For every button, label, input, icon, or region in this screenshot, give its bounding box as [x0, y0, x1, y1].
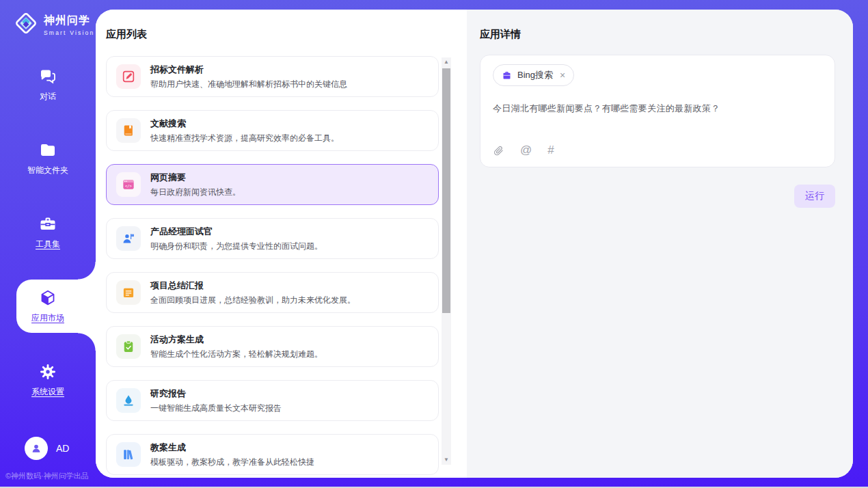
app-description: 快速精准查找学术资源，提高研究效率的必备工具。	[150, 133, 339, 144]
sidebar-item-label: 智能文件夹	[27, 165, 68, 176]
attachment-toolbar: @#	[493, 144, 822, 157]
sidebar-bottom: AD ©神州数码·神州问学出品	[0, 437, 96, 481]
sidebar: 神州问学 Smart Vision 对话 智能文件夹 工具集 应用市场 系统设置	[0, 0, 96, 488]
book-icon	[116, 118, 141, 143]
run-button[interactable]: 运行	[794, 185, 835, 208]
interviewer-icon	[116, 226, 141, 251]
app-description: 一键智能生成高质量长文本研究报告	[150, 403, 282, 414]
sidebar-item-smart-folder[interactable]: 智能文件夹	[0, 139, 96, 178]
list-item[interactable]: 研究报告 一键智能生成高质量长文本研究报告	[106, 380, 439, 421]
logo-title: 神州问学	[44, 14, 94, 28]
tool-chip-label: Bing搜索	[517, 69, 553, 81]
app-description: 智能生成个性化活动方案，轻松解决规划难题。	[150, 349, 323, 360]
copyright: ©神州数码·神州问学出品	[0, 471, 96, 481]
logo-icon	[14, 11, 38, 38]
sidebar-item-label: 工具集	[36, 239, 60, 250]
app-title: 教案生成	[150, 442, 314, 454]
scroll-up-arrow[interactable]: ▲	[442, 57, 451, 67]
hash-icon[interactable]: #	[547, 144, 554, 157]
books-icon	[116, 442, 141, 467]
app-title: 研究报告	[150, 388, 282, 400]
app-title: 产品经理面试官	[150, 226, 323, 238]
app-description: 模板驱动，教案秒成，教学准备从此轻松快捷	[150, 457, 314, 468]
prompt-card: Bing搜索 × 今日湖北有哪些新闻要点？有哪些需要关注的最新政策？ @#	[480, 55, 835, 167]
sidebar-item-toolset[interactable]: 工具集	[0, 213, 96, 252]
app-title: 活动方案生成	[150, 334, 323, 346]
active-bubble-corner	[78, 333, 96, 351]
app-detail-title: 应用详情	[480, 28, 835, 41]
main-card: 应用列表 招标文件解析 帮助用户快速、准确地理解和解析招标书中的关键信息 文献搜…	[96, 10, 853, 478]
sidebar-item-label: 对话	[40, 91, 56, 103]
user-chip[interactable]: AD	[0, 437, 96, 460]
avatar	[25, 437, 48, 460]
app-description: 帮助用户快速、准确地理解和解析招标书中的关键信息	[150, 79, 347, 90]
app-title: 网页摘要	[150, 172, 241, 184]
sidebar-nav: 对话 智能文件夹 工具集 应用市场 系统设置	[0, 66, 96, 399]
list-item[interactable]: 文献搜索 快速精准查找学术资源，提高研究效率的必备工具。	[106, 110, 439, 151]
scroll-down-arrow[interactable]: ▼	[442, 455, 451, 465]
sidebar-item-label: 系统设置	[31, 386, 64, 398]
scrollbar[interactable]: ▲ ▼	[442, 57, 451, 465]
app-title: 项目总结汇报	[150, 280, 355, 292]
folder-icon	[39, 141, 57, 159]
pen-square-icon	[116, 64, 141, 89]
app-description: 全面回顾项目进展，总结经验教训，助力未来优化发展。	[150, 295, 355, 306]
logo: 神州问学 Smart Vision	[0, 0, 96, 38]
logo-subtitle: Smart Vision	[44, 29, 94, 36]
app-description: 明确身份和职责，为您提供专业性的面试问题。	[150, 241, 323, 252]
scrollbar-thumb[interactable]	[442, 68, 450, 313]
app-description: 每日政府新闻资讯快查。	[150, 187, 241, 198]
toolbox-icon	[39, 215, 57, 233]
chat-icon	[39, 68, 57, 85]
question-text[interactable]: 今日湖北有哪些新闻要点？有哪些需要关注的最新政策？	[493, 103, 822, 116]
ink-pen-icon	[116, 388, 141, 413]
browser-code-icon: </>	[116, 172, 141, 197]
list-item[interactable]: 教案生成 模板驱动，教案秒成，教学准备从此轻松快捷	[106, 434, 439, 475]
clipboard-check-icon	[116, 334, 141, 359]
app-list-title: 应用列表	[106, 28, 456, 41]
cube-icon	[39, 289, 57, 307]
list-item[interactable]: 项目总结汇报 全面回顾项目进展，总结经验教训，助力未来优化发展。	[106, 272, 439, 313]
run-row: 运行	[480, 185, 835, 208]
sidebar-item-app-market[interactable]: 应用市场	[0, 287, 96, 325]
app-detail-panel: 应用详情 Bing搜索 × 今日湖北有哪些新闻要点？有哪些需要关注的最新政策？ …	[467, 10, 853, 478]
calendar-note-icon	[116, 280, 141, 305]
gear-icon	[39, 363, 57, 381]
paperclip-icon[interactable]	[493, 145, 504, 157]
svg-text:</>: </>	[125, 184, 133, 188]
list-item[interactable]: </> 网页摘要 每日政府新闻资讯快查。	[106, 164, 439, 205]
chip-close-icon[interactable]: ×	[560, 70, 565, 81]
list-item[interactable]: 招标文件解析 帮助用户快速、准确地理解和解析招标书中的关键信息	[106, 56, 439, 97]
sidebar-item-settings[interactable]: 系统设置	[0, 361, 96, 399]
list-item[interactable]: 产品经理面试官 明确身份和职责，为您提供专业性的面试问题。	[106, 218, 439, 259]
sidebar-item-chat[interactable]: 对话	[0, 66, 96, 104]
app-list: 招标文件解析 帮助用户快速、准确地理解和解析招标书中的关键信息 文献搜索 快速精…	[106, 56, 439, 475]
app-list-panel: 应用列表 招标文件解析 帮助用户快速、准确地理解和解析招标书中的关键信息 文献搜…	[96, 10, 467, 478]
app-title: 招标文件解析	[150, 64, 347, 76]
active-bubble-corner	[78, 262, 96, 280]
list-item[interactable]: 活动方案生成 智能生成个性化活动方案，轻松解决规划难题。	[106, 326, 439, 367]
user-name: AD	[56, 443, 69, 454]
at-sign-icon[interactable]: @	[520, 144, 532, 157]
app-title: 文献搜索	[150, 118, 339, 130]
sidebar-item-label: 应用市场	[31, 312, 64, 324]
tool-chip[interactable]: Bing搜索 ×	[493, 64, 574, 86]
briefcase-icon	[502, 70, 512, 81]
